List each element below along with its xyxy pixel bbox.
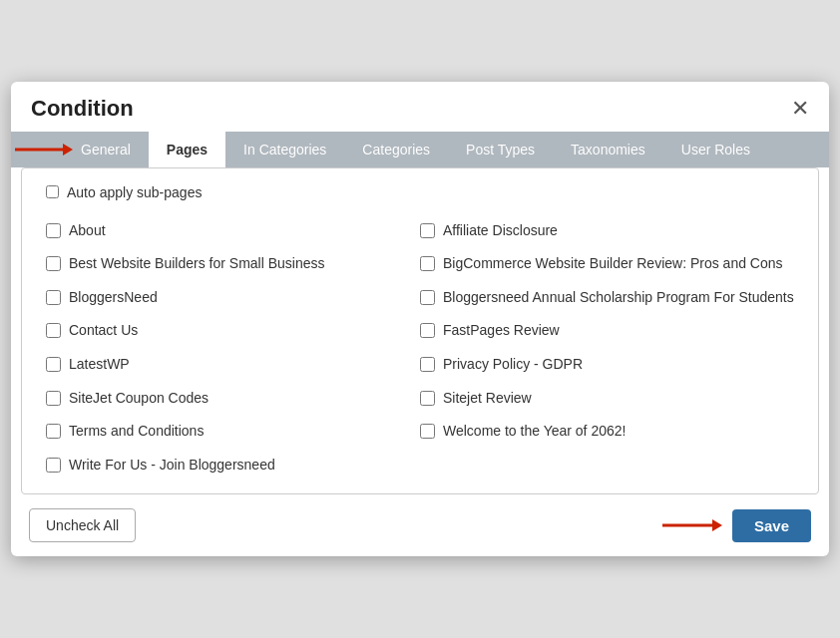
page-label-affiliate[interactable]: Affiliate Disclosure [443,221,558,241]
page-label-fastpages[interactable]: FastPages Review [443,321,560,341]
pages-left-col: About Best Website Builders for Small Bu… [46,214,420,482]
pages-right-col: Affiliate Disclosure BigCommerce Website… [420,214,794,482]
pages-grid: About Best Website Builders for Small Bu… [46,214,794,482]
list-item: FastPages Review [420,314,794,348]
page-checkbox-write-for-us[interactable] [46,458,61,473]
list-item: LatestWP [46,348,420,382]
auto-apply-row: Auto apply sub-pages [46,184,794,200]
modal-header: Condition ✕ [11,82,829,132]
page-label-2062[interactable]: Welcome to the Year of 2062! [443,422,626,442]
list-item: Sitejet Review [420,382,794,416]
tab-user-roles[interactable]: User Roles [663,132,768,167]
list-item: Write For Us - Join Bloggersneed [46,449,420,482]
page-label-scholarship[interactable]: Bloggersneed Annual Scholarship Program … [443,288,794,308]
page-checkbox-sitejet-coupon[interactable] [46,391,61,406]
list-item: About [46,214,420,248]
auto-apply-label[interactable]: Auto apply sub-pages [46,184,202,200]
modal-footer: Uncheck All Save [11,494,829,556]
modal-title: Condition [31,96,134,122]
page-checkbox-sitejet-review[interactable] [420,391,435,406]
page-label-best-website[interactable]: Best Website Builders for Small Business [69,254,325,274]
page-checkbox-terms[interactable] [46,424,61,439]
list-item: Best Website Builders for Small Business [46,247,420,281]
page-checkbox-privacy[interactable] [420,357,435,372]
tabs-wrapper: General Pages In Categories Categories P… [11,132,829,167]
page-checkbox-best-website[interactable] [46,256,61,271]
page-checkbox-contact-us[interactable] [46,323,61,338]
list-item: Terms and Conditions [46,415,420,449]
condition-modal: Condition ✕ General Pages In Categories … [11,82,829,557]
page-checkbox-scholarship[interactable] [420,290,435,305]
page-label-contact-us[interactable]: Contact Us [69,321,138,341]
tab-in-categories[interactable]: In Categories [225,132,344,167]
page-checkbox-latestwp[interactable] [46,357,61,372]
page-label-terms[interactable]: Terms and Conditions [69,422,204,442]
save-button[interactable]: Save [732,509,811,542]
footer-right: Save [660,509,811,542]
page-label-privacy[interactable]: Privacy Policy - GDPR [443,355,583,375]
page-checkbox-bloggersneed[interactable] [46,290,61,305]
list-item: Affiliate Disclosure [420,214,794,248]
list-item: Contact Us [46,314,420,348]
close-button[interactable]: ✕ [791,98,809,120]
page-label-latestwp[interactable]: LatestWP [69,355,130,375]
list-item: Bloggersneed Annual Scholarship Program … [420,281,794,315]
save-arrow-icon [660,514,722,536]
list-item: BigCommerce Website Builder Review: Pros… [420,247,794,281]
list-item: SiteJet Coupon Codes [46,382,420,416]
page-checkbox-bigcommerce[interactable] [420,256,435,271]
page-label-write-for-us[interactable]: Write For Us - Join Bloggersneed [69,456,275,476]
page-checkbox-affiliate[interactable] [420,223,435,238]
list-item: BloggersNeed [46,281,420,315]
auto-apply-checkbox[interactable] [46,185,59,198]
list-item: Privacy Policy - GDPR [420,348,794,382]
page-label-sitejet-review[interactable]: Sitejet Review [443,389,532,409]
page-checkbox-2062[interactable] [420,424,435,439]
tab-categories[interactable]: Categories [344,132,448,167]
modal-overlay: Condition ✕ General Pages In Categories … [0,0,840,638]
page-label-bigcommerce[interactable]: BigCommerce Website Builder Review: Pros… [443,254,783,274]
tab-post-types[interactable]: Post Types [448,132,553,167]
page-checkbox-fastpages[interactable] [420,323,435,338]
uncheck-all-button[interactable]: Uncheck All [29,508,136,542]
tab-general[interactable]: General [11,132,149,167]
list-item: Welcome to the Year of 2062! [420,415,794,449]
page-checkbox-about[interactable] [46,223,61,238]
svg-marker-3 [712,519,722,531]
page-label-sitejet-coupon[interactable]: SiteJet Coupon Codes [69,389,209,409]
tab-pages[interactable]: Pages [149,132,225,167]
tabs-bar: General Pages In Categories Categories P… [11,132,829,167]
modal-body: Auto apply sub-pages About Best Website … [21,167,819,495]
tab-taxonomies[interactable]: Taxonomies [553,132,663,167]
page-label-about[interactable]: About [69,221,106,241]
page-label-bloggersneed[interactable]: BloggersNeed [69,288,158,308]
